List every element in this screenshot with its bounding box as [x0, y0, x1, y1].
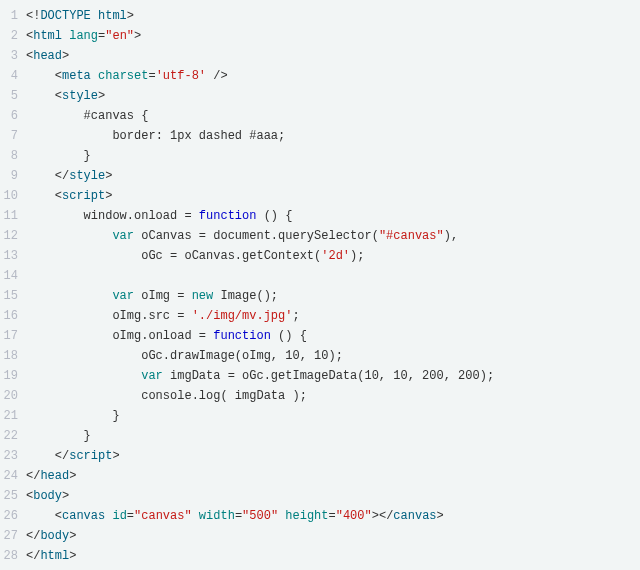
code-line: 24</head> [0, 466, 640, 486]
code-line: 18 oGc.drawImage(oImg, 10, 10); [0, 346, 640, 366]
line-number: 21 [0, 406, 26, 426]
line-number: 9 [0, 166, 26, 186]
line-number: 12 [0, 226, 26, 246]
line-number: 3 [0, 46, 26, 66]
code-line: 13 oGc = oCanvas.getContext('2d'); [0, 246, 640, 266]
code-line: 3<head> [0, 46, 640, 66]
code-line: 9 </style> [0, 166, 640, 186]
line-number: 18 [0, 346, 26, 366]
line-number: 1 [0, 6, 26, 26]
code-content: </head> [26, 466, 640, 486]
code-line: 6 #canvas { [0, 106, 640, 126]
code-content: border: 1px dashed #aaa; [26, 126, 640, 146]
code-line: 14 [0, 266, 640, 286]
code-content: } [26, 406, 640, 426]
line-number: 23 [0, 446, 26, 466]
code-content: <canvas id="canvas" width="500" height="… [26, 506, 640, 526]
code-content: oGc = oCanvas.getContext('2d'); [26, 246, 640, 266]
code-line: 17 oImg.onload = function () { [0, 326, 640, 346]
line-number: 5 [0, 86, 26, 106]
code-line: 28</html> [0, 546, 640, 566]
code-content: var oImg = new Image(); [26, 286, 640, 306]
code-content: oGc.drawImage(oImg, 10, 10); [26, 346, 640, 366]
code-line: 27</body> [0, 526, 640, 546]
line-number: 14 [0, 266, 26, 286]
code-line: 10 <script> [0, 186, 640, 206]
code-content: </html> [26, 546, 640, 566]
code-content: <style> [26, 86, 640, 106]
code-content: oImg.src = './img/mv.jpg'; [26, 306, 640, 326]
line-number: 15 [0, 286, 26, 306]
code-content [26, 266, 640, 286]
code-content: <meta charset='utf-8' /> [26, 66, 640, 86]
code-content: #canvas { [26, 106, 640, 126]
code-line: 4 <meta charset='utf-8' /> [0, 66, 640, 86]
line-number: 24 [0, 466, 26, 486]
line-number: 6 [0, 106, 26, 126]
code-line: 16 oImg.src = './img/mv.jpg'; [0, 306, 640, 326]
code-line: 7 border: 1px dashed #aaa; [0, 126, 640, 146]
line-number: 17 [0, 326, 26, 346]
code-line: 8 } [0, 146, 640, 166]
line-number: 16 [0, 306, 26, 326]
code-line: 20 console.log( imgData ); [0, 386, 640, 406]
line-number: 2 [0, 26, 26, 46]
code-line: 11 window.onload = function () { [0, 206, 640, 226]
code-content: <head> [26, 46, 640, 66]
code-line: 1<!DOCTYPE html> [0, 6, 640, 26]
line-number: 27 [0, 526, 26, 546]
code-line: 26 <canvas id="canvas" width="500" heigh… [0, 506, 640, 526]
code-content: </script> [26, 446, 640, 466]
code-line: 23 </script> [0, 446, 640, 466]
code-line: 19 var imgData = oGc.getImageData(10, 10… [0, 366, 640, 386]
line-number: 20 [0, 386, 26, 406]
line-number: 4 [0, 66, 26, 86]
code-content: window.onload = function () { [26, 206, 640, 226]
code-content: } [26, 146, 640, 166]
code-content: </style> [26, 166, 640, 186]
code-content: console.log( imgData ); [26, 386, 640, 406]
code-content: <html lang="en"> [26, 26, 640, 46]
code-line: 12 var oCanvas = document.querySelector(… [0, 226, 640, 246]
line-number: 10 [0, 186, 26, 206]
code-content: var imgData = oGc.getImageData(10, 10, 2… [26, 366, 640, 386]
code-content: var oCanvas = document.querySelector("#c… [26, 226, 640, 246]
line-number: 22 [0, 426, 26, 446]
code-line: 5 <style> [0, 86, 640, 106]
line-number: 19 [0, 366, 26, 386]
code-content: <script> [26, 186, 640, 206]
line-number: 26 [0, 506, 26, 526]
code-line: 25<body> [0, 486, 640, 506]
line-number: 11 [0, 206, 26, 226]
code-line: 21 } [0, 406, 640, 426]
code-content: oImg.onload = function () { [26, 326, 640, 346]
code-content: </body> [26, 526, 640, 546]
code-line: 15 var oImg = new Image(); [0, 286, 640, 306]
code-line: 22 } [0, 426, 640, 446]
code-content: <!DOCTYPE html> [26, 6, 640, 26]
line-number: 7 [0, 126, 26, 146]
line-number: 8 [0, 146, 26, 166]
code-content: <body> [26, 486, 640, 506]
line-number: 13 [0, 246, 26, 266]
code-block: 1<!DOCTYPE html>2<html lang="en">3<head>… [0, 0, 640, 570]
line-number: 25 [0, 486, 26, 506]
code-line: 2<html lang="en"> [0, 26, 640, 46]
line-number: 28 [0, 546, 26, 566]
code-content: } [26, 426, 640, 446]
